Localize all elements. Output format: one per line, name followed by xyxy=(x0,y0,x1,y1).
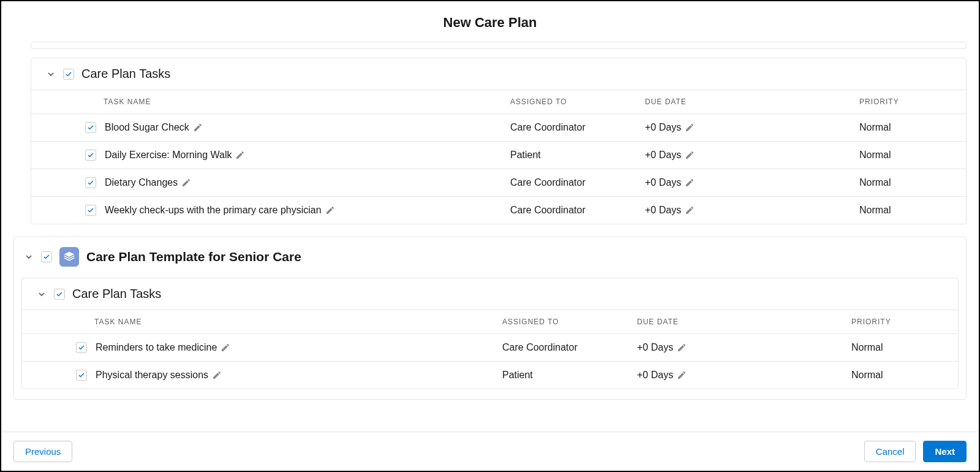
due-date-cell: +0 Days xyxy=(645,150,859,161)
table-row: Reminders to take medicineCare Coordinat… xyxy=(22,334,958,361)
modal-footer: Previous Cancel Next xyxy=(1,432,979,471)
due-date: +0 Days xyxy=(645,177,681,188)
chevron-down-icon[interactable] xyxy=(46,69,56,79)
col-task-name: TASK NAME xyxy=(46,97,510,106)
col-due-date: DUE DATE xyxy=(645,97,859,106)
due-date-cell: +0 Days xyxy=(637,370,851,381)
due-date: +0 Days xyxy=(645,122,681,133)
assigned-to: Patient xyxy=(510,150,645,161)
care-plan-template-group: Care Plan Template for Senior Care Care … xyxy=(13,237,967,400)
pencil-icon[interactable] xyxy=(221,343,230,352)
table-row-wrap: Reminders to take medicineCare Coordinat… xyxy=(22,334,958,361)
assigned-to: Care Coordinator xyxy=(502,342,637,353)
due-date-cell: +0 Days xyxy=(645,122,859,133)
table-row: Blood Sugar CheckCare Coordinator+0 Days… xyxy=(31,114,966,141)
modal-body[interactable]: Care Plan Tasks TASK NAME ASSIGNED TO DU… xyxy=(1,42,979,432)
due-date-cell: +0 Days xyxy=(645,177,859,188)
chevron-down-icon[interactable] xyxy=(37,289,47,299)
due-date-cell: +0 Days xyxy=(645,205,859,216)
task-name-cell: Reminders to take medicine xyxy=(37,342,502,353)
pencil-icon[interactable] xyxy=(685,150,695,160)
assigned-to: Care Coordinator xyxy=(510,122,645,133)
next-button[interactable]: Next xyxy=(923,441,967,462)
pencil-icon[interactable] xyxy=(685,178,695,188)
row-checkbox[interactable] xyxy=(76,370,87,381)
pencil-icon[interactable] xyxy=(685,205,695,215)
task-name: Dietary Changes xyxy=(105,177,178,188)
assigned-to: Patient xyxy=(502,370,637,381)
table-row-wrap: Weekly check-ups with the primary care p… xyxy=(31,196,966,224)
pencil-icon[interactable] xyxy=(677,343,687,352)
pencil-icon[interactable] xyxy=(212,370,222,380)
task-name-cell: Physical therapy sessions xyxy=(37,370,502,381)
section-header: Care Plan Tasks xyxy=(22,278,958,310)
table-row-wrap: Blood Sugar CheckCare Coordinator+0 Days… xyxy=(31,114,966,141)
row-checkbox[interactable] xyxy=(85,122,96,133)
table-row-wrap: Dietary ChangesCare Coordinator+0 DaysNo… xyxy=(31,169,966,196)
chevron-down-icon[interactable] xyxy=(24,252,34,262)
task-name-cell: Daily Exercise: Morning Walk xyxy=(46,150,510,161)
priority: Normal xyxy=(851,342,943,353)
row-checkbox[interactable] xyxy=(85,150,96,161)
col-assigned-to: ASSIGNED TO xyxy=(502,318,637,326)
row-checkbox[interactable] xyxy=(85,177,96,188)
table-body: Reminders to take medicineCare Coordinat… xyxy=(22,334,958,389)
table-row: Daily Exercise: Morning WalkPatient+0 Da… xyxy=(31,142,966,169)
modal-window: New Care Plan Care Plan Tasks TASK NAME … xyxy=(0,0,980,472)
due-date: +0 Days xyxy=(637,370,673,381)
pencil-icon[interactable] xyxy=(181,178,191,188)
care-plan-tasks-panel-1: Care Plan Tasks TASK NAME ASSIGNED TO DU… xyxy=(31,58,967,224)
group-title: Care Plan Template for Senior Care xyxy=(86,249,301,264)
page-title: New Care Plan xyxy=(1,15,979,31)
layers-icon xyxy=(59,247,79,267)
group-checkbox[interactable] xyxy=(41,251,52,262)
assigned-to: Care Coordinator xyxy=(510,177,645,188)
task-name-cell: Weekly check-ups with the primary care p… xyxy=(46,205,510,216)
pencil-icon[interactable] xyxy=(325,205,335,215)
due-date: +0 Days xyxy=(645,205,681,216)
task-name: Daily Exercise: Morning Walk xyxy=(105,150,232,161)
col-due-date: DUE DATE xyxy=(637,318,851,326)
pencil-icon[interactable] xyxy=(235,150,245,160)
col-assigned-to: ASSIGNED TO xyxy=(510,97,645,106)
priority: Normal xyxy=(859,122,951,133)
task-name: Physical therapy sessions xyxy=(96,370,208,381)
care-plan-tasks-panel-2: Care Plan Tasks TASK NAME ASSIGNED TO DU… xyxy=(21,278,959,389)
section-title: Care Plan Tasks xyxy=(72,287,161,301)
task-name-cell: Blood Sugar Check xyxy=(46,122,510,133)
col-priority: PRIORITY xyxy=(859,97,951,106)
cancel-button[interactable]: Cancel xyxy=(864,441,916,462)
panel-preceding-body xyxy=(31,42,966,48)
priority: Normal xyxy=(851,370,943,381)
section-header: Care Plan Tasks xyxy=(31,58,966,89)
section-title: Care Plan Tasks xyxy=(81,67,170,81)
priority: Normal xyxy=(859,177,951,188)
table-row-wrap: Physical therapy sessionsPatient+0 DaysN… xyxy=(22,361,958,389)
table-row-wrap: Daily Exercise: Morning WalkPatient+0 Da… xyxy=(31,141,966,169)
table-body: Blood Sugar CheckCare Coordinator+0 Days… xyxy=(31,114,966,224)
table-row: Physical therapy sessionsPatient+0 DaysN… xyxy=(22,362,958,389)
due-date-cell: +0 Days xyxy=(637,342,851,353)
priority: Normal xyxy=(859,150,951,161)
task-name-cell: Dietary Changes xyxy=(46,177,510,188)
group-inner: Care Plan Tasks TASK NAME ASSIGNED TO DU… xyxy=(14,278,966,399)
panel-preceding-partial xyxy=(31,42,967,49)
section-checkbox[interactable] xyxy=(54,289,65,300)
pencil-icon[interactable] xyxy=(193,123,203,132)
row-checkbox[interactable] xyxy=(85,205,96,216)
priority: Normal xyxy=(859,205,951,216)
table-row: Weekly check-ups with the primary care p… xyxy=(31,197,966,224)
row-checkbox[interactable] xyxy=(76,342,87,353)
task-name: Blood Sugar Check xyxy=(105,122,189,133)
task-name: Reminders to take medicine xyxy=(96,342,217,353)
pencil-icon[interactable] xyxy=(685,123,695,132)
task-name: Weekly check-ups with the primary care p… xyxy=(105,205,322,216)
due-date: +0 Days xyxy=(645,150,681,161)
section-checkbox[interactable] xyxy=(63,69,74,80)
group-header: Care Plan Template for Senior Care xyxy=(14,237,966,278)
assigned-to: Care Coordinator xyxy=(510,205,645,216)
table-row: Dietary ChangesCare Coordinator+0 DaysNo… xyxy=(31,169,966,196)
pencil-icon[interactable] xyxy=(677,370,687,380)
previous-button[interactable]: Previous xyxy=(13,441,72,462)
modal-header: New Care Plan xyxy=(1,1,979,42)
